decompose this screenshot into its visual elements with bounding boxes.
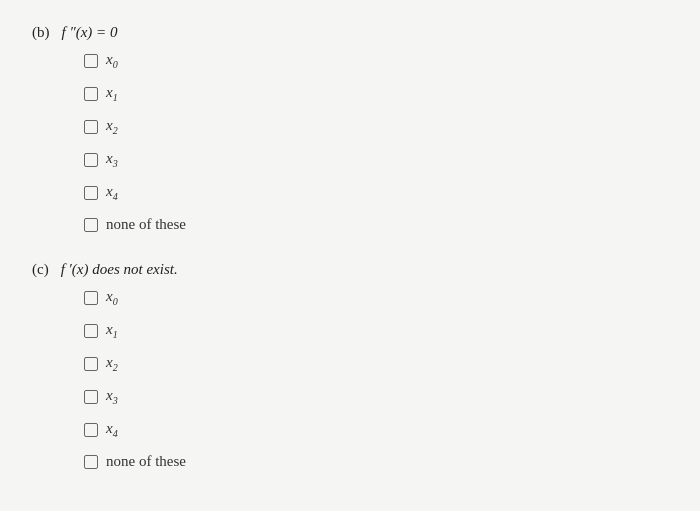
option-item-b-x1: x1 bbox=[84, 84, 668, 103]
checkbox-c-x2[interactable] bbox=[84, 357, 98, 371]
section-label-c: (c) bbox=[32, 261, 49, 278]
option-text-b-x3: x3 bbox=[106, 150, 118, 169]
option-item-c-x1: x1 bbox=[84, 321, 668, 340]
section-header-c: (c)f ′(x) does not exist. bbox=[32, 261, 668, 278]
checkbox-b-x0[interactable] bbox=[84, 54, 98, 68]
checkbox-b-x1[interactable] bbox=[84, 87, 98, 101]
option-text-c-x4: x4 bbox=[106, 420, 118, 439]
page: (b)f ″(x) = 0x0x1x2x3x4none of these(c)f… bbox=[0, 0, 700, 511]
option-item-c-none: none of these bbox=[84, 453, 668, 470]
checkbox-b-x3[interactable] bbox=[84, 153, 98, 167]
option-text-b-x1: x1 bbox=[106, 84, 118, 103]
option-item-c-x4: x4 bbox=[84, 420, 668, 439]
section-c: (c)f ′(x) does not exist.x0x1x2x3x4none … bbox=[32, 261, 668, 470]
option-text-c-x0: x0 bbox=[106, 288, 118, 307]
option-item-c-x0: x0 bbox=[84, 288, 668, 307]
checkbox-b-x2[interactable] bbox=[84, 120, 98, 134]
option-list-c: x0x1x2x3x4none of these bbox=[84, 288, 668, 470]
option-text-c-x1: x1 bbox=[106, 321, 118, 340]
section-question-b: f ″(x) = 0 bbox=[62, 24, 118, 41]
option-text-b-x2: x2 bbox=[106, 117, 118, 136]
checkbox-c-x1[interactable] bbox=[84, 324, 98, 338]
option-text-b-x4: x4 bbox=[106, 183, 118, 202]
checkbox-c-x4[interactable] bbox=[84, 423, 98, 437]
option-item-b-x3: x3 bbox=[84, 150, 668, 169]
option-item-b-x2: x2 bbox=[84, 117, 668, 136]
option-text-c-none: none of these bbox=[106, 453, 186, 470]
section-question-c: f ′(x) does not exist. bbox=[61, 261, 178, 278]
checkbox-c-x0[interactable] bbox=[84, 291, 98, 305]
section-header-b: (b)f ″(x) = 0 bbox=[32, 24, 668, 41]
option-item-b-x0: x0 bbox=[84, 51, 668, 70]
option-list-b: x0x1x2x3x4none of these bbox=[84, 51, 668, 233]
option-item-b-none: none of these bbox=[84, 216, 668, 233]
option-item-c-x2: x2 bbox=[84, 354, 668, 373]
option-text-c-x3: x3 bbox=[106, 387, 118, 406]
option-item-c-x3: x3 bbox=[84, 387, 668, 406]
option-item-b-x4: x4 bbox=[84, 183, 668, 202]
section-b: (b)f ″(x) = 0x0x1x2x3x4none of these bbox=[32, 24, 668, 233]
section-label-b: (b) bbox=[32, 24, 50, 41]
checkbox-c-x3[interactable] bbox=[84, 390, 98, 404]
option-text-c-x2: x2 bbox=[106, 354, 118, 373]
checkbox-b-none[interactable] bbox=[84, 218, 98, 232]
checkbox-b-x4[interactable] bbox=[84, 186, 98, 200]
option-text-b-none: none of these bbox=[106, 216, 186, 233]
option-text-b-x0: x0 bbox=[106, 51, 118, 70]
checkbox-c-none[interactable] bbox=[84, 455, 98, 469]
